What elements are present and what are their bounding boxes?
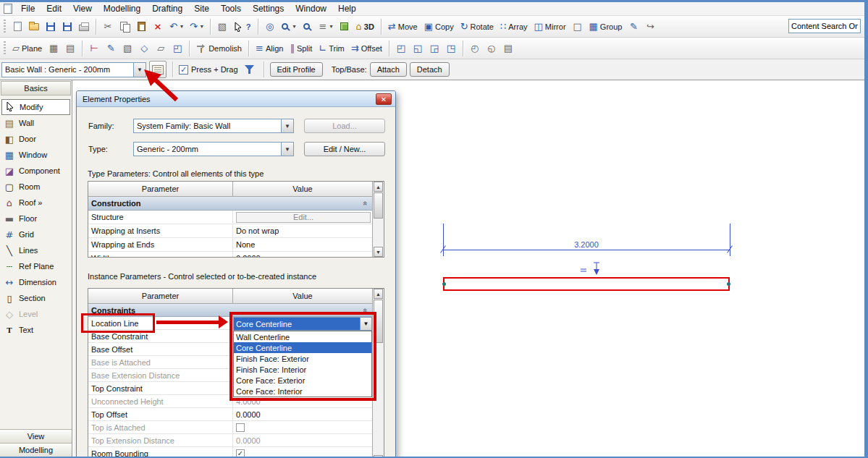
design-bar-tab-view[interactable]: View (0, 429, 72, 443)
check-sheet-button[interactable]: ▤ (62, 40, 78, 57)
array-button[interactable]: ∷Array (497, 18, 531, 35)
menu-tools[interactable]: Tools (215, 3, 247, 14)
attach-button[interactable]: Attach (370, 62, 407, 77)
sidebar-item-door[interactable]: ◧Door (0, 131, 72, 147)
sidebar-item-section[interactable]: ▯Section (0, 290, 72, 306)
table-row[interactable]: Top Offset 0.0000 (88, 408, 372, 421)
redo-button[interactable]: ↷▾ (187, 18, 206, 35)
menu-settings[interactable]: Settings (247, 3, 290, 14)
table-row[interactable]: Top is Attached (88, 421, 372, 434)
link-cube-2-button[interactable]: ◱ (410, 40, 426, 57)
sidebar-item-level[interactable]: ◇Level (0, 306, 72, 322)
pencil-button[interactable]: ✎ (103, 40, 119, 57)
zoom-region-button[interactable] (300, 18, 316, 35)
type-selector[interactable]: Basic Wall : Generic - 200mm ▼ (1, 62, 146, 77)
menu-help[interactable]: Help (332, 3, 362, 14)
default-3d-button[interactable] (337, 18, 353, 35)
table-row[interactable]: Top Extension Distance 0.0000 (88, 434, 372, 447)
steering-wheel-button[interactable]: ◎ (262, 18, 278, 35)
tool-box-b-button[interactable]: ◇ (136, 40, 152, 57)
menu-site[interactable]: Site (188, 3, 215, 14)
toolbar-grip[interactable] (4, 20, 6, 34)
save-to-library-button[interactable] (59, 18, 75, 35)
table-row[interactable]: Wrapping at Inserts Do not wrap (88, 224, 372, 238)
sidebar-item-grid[interactable]: #Grid (0, 226, 72, 242)
type-selector-dropdown-icon[interactable]: ▼ (133, 63, 146, 77)
mirror-button[interactable]: ◫Mirror (531, 18, 569, 35)
wall-endpoint-handle-right[interactable] (727, 282, 730, 286)
detach-button[interactable]: Detach (410, 62, 450, 77)
scroll-up-icon[interactable]: ▲ (374, 289, 383, 299)
group-button[interactable]: ▦Group (586, 18, 625, 35)
dialog-close-button[interactable]: ✕ (376, 93, 392, 105)
content-search-input[interactable] (788, 19, 861, 33)
dialog-title-bar[interactable]: Element Properties (77, 91, 395, 107)
save-button[interactable] (43, 18, 59, 35)
chart-tool-button[interactable]: ▤ (500, 40, 516, 57)
top-is-attached-checkbox[interactable] (236, 423, 245, 432)
link-button[interactable]: ↪ (642, 18, 658, 35)
type-combo-dropdown-icon[interactable]: ▼ (281, 143, 293, 156)
delete-button[interactable]: × (150, 18, 166, 35)
menu-window[interactable]: Window (290, 3, 332, 14)
sidebar-item-component[interactable]: ◪Component (0, 163, 72, 179)
temporary-dimension-value[interactable]: 3.2000 (443, 240, 730, 249)
table-row[interactable]: Width 0.2000 (88, 252, 372, 258)
scroll-up-icon[interactable]: ▲ (374, 182, 383, 192)
trim-button[interactable]: ∟Trim (316, 40, 347, 57)
link-cube-4-button[interactable]: ◳ (443, 40, 459, 57)
collapse-chevron-icon[interactable]: « (361, 201, 370, 205)
sidebar-item-ref-plane[interactable]: ┄Ref Plane (0, 258, 72, 274)
dimension-anchor-icon[interactable] (579, 260, 604, 276)
sidebar-item-window[interactable]: ▦Window (0, 147, 72, 163)
group-row-construction[interactable]: Construction « (88, 197, 372, 211)
undo-button[interactable]: ↶▾ (167, 18, 186, 35)
param-value[interactable]: 0.2000 (233, 252, 372, 258)
scroll-thumb[interactable] (374, 192, 383, 219)
structure-edit-button[interactable]: Edit... (236, 212, 371, 223)
sidebar-item-room[interactable]: ▢Room (0, 179, 72, 195)
load-button[interactable]: Load... (304, 119, 385, 133)
sidebar-item-modify[interactable]: Modify (1, 99, 70, 115)
sidebar-item-dimension[interactable]: ↔Dimension (0, 274, 72, 290)
element-properties-button[interactable] (149, 61, 167, 78)
design-bar-header-basics[interactable]: Basics (1, 81, 71, 96)
context-help-button[interactable]: ? (231, 18, 254, 35)
sidebar-item-roof[interactable]: ⌂Roof » (0, 195, 72, 211)
table-row[interactable]: Wrapping at Ends None (88, 238, 372, 252)
tool-box-c-button[interactable]: ▱ (153, 40, 169, 57)
split-button[interactable]: ∥Split (287, 40, 315, 57)
copy-button[interactable]: ▣Copy (421, 18, 457, 35)
view-list-button[interactable]: ≡▾ (316, 18, 336, 35)
offset-button[interactable]: ⇉Offset (348, 40, 385, 57)
press-drag-checkbox[interactable]: ✓ (179, 65, 188, 75)
family-combo[interactable]: System Family: Basic Wall ▼ (133, 119, 294, 133)
paste-button[interactable] (133, 18, 149, 35)
sidebar-item-lines[interactable]: ╲Lines (0, 242, 72, 258)
misc-tool-1-button[interactable]: ◴ (467, 40, 483, 57)
zoom-button[interactable]: ▾ (279, 18, 299, 35)
new-button[interactable] (9, 18, 25, 35)
grid-sheet-button[interactable]: ▦ (46, 40, 62, 57)
camera-3d-button[interactable]: ⌂3D (353, 18, 377, 35)
move-button[interactable]: ⇄Move (385, 18, 421, 35)
menu-file[interactable]: File (15, 3, 41, 14)
sidebar-item-text[interactable]: TText (0, 322, 72, 338)
filter-button[interactable] (241, 61, 258, 78)
menu-modelling[interactable]: Modelling (98, 3, 146, 14)
tape-measure-button[interactable]: ⊢ (86, 40, 102, 57)
rotate-button[interactable]: ↻Rotate (458, 18, 497, 35)
paint-button[interactable]: ✎ (625, 18, 641, 35)
cut-button[interactable]: ✂ (100, 18, 116, 35)
design-bar-tab-modelling[interactable]: Modelling (0, 443, 72, 457)
misc-tool-2-button[interactable]: ◵ (484, 40, 500, 57)
param-value[interactable]: 0.0000 (233, 408, 372, 420)
type-combo[interactable]: Generic - 200mm ▼ (133, 142, 294, 156)
link-cube-1-button[interactable]: ◰ (393, 40, 409, 57)
toolbar-grip[interactable] (4, 41, 6, 56)
param-value[interactable]: Do not wrap (233, 224, 372, 237)
sidebar-item-wall[interactable]: ▤Wall (0, 115, 72, 131)
link-cube-3-button[interactable]: ◲ (426, 40, 442, 57)
edit-profile-button[interactable]: Edit Profile (270, 62, 323, 77)
param-value[interactable]: None (233, 238, 372, 251)
